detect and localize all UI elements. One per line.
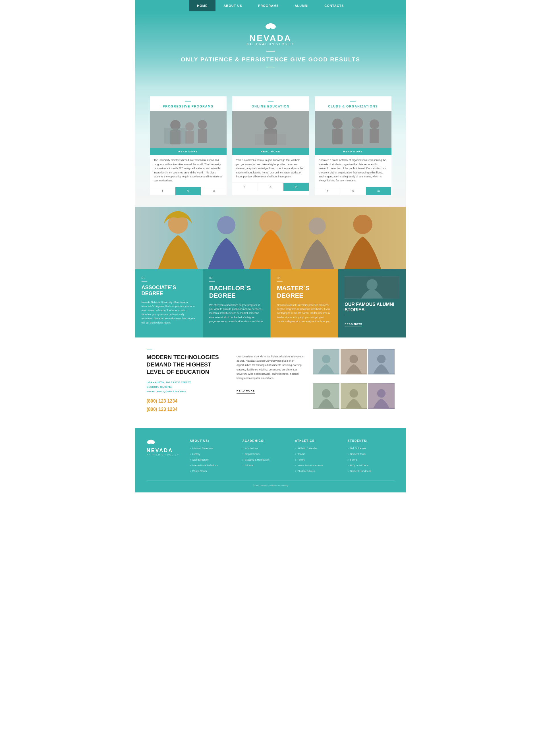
card-readmore-1[interactable]: READ MORE bbox=[150, 148, 227, 155]
footer-link-item: Photo Album bbox=[190, 469, 237, 473]
tphoto-svg-4 bbox=[313, 383, 339, 409]
card-readmore-2[interactable]: READ MORE bbox=[232, 148, 309, 155]
footer: NEVADA A+ PREMIER POLICY ABOUT US: Missi… bbox=[135, 428, 406, 492]
tech-email: E-MAIL: MAIL@DEMOLINK.ORG bbox=[147, 389, 228, 394]
tech-photo-4 bbox=[313, 383, 339, 409]
card-progressive: PROGRESSIVE PROGRAMS READ MORE The Unive… bbox=[150, 96, 227, 195]
footer-link-athletic-cal[interactable]: Athletic Calendar bbox=[295, 446, 342, 450]
social-in-1[interactable]: in bbox=[201, 187, 226, 195]
tech-photo-6 bbox=[368, 383, 395, 409]
social-fb-3[interactable]: f bbox=[315, 187, 340, 195]
svg-point-38 bbox=[377, 389, 385, 398]
degree-associates: 01 ASSOCIATE`S DEGREE Nevada National Un… bbox=[135, 269, 203, 338]
footer-link-intranet[interactable]: Intranet bbox=[243, 463, 289, 467]
nav-alumni[interactable]: ALUMNI bbox=[287, 0, 317, 11]
university-sub: NATIONAL UNIVERSITY bbox=[141, 43, 400, 46]
footer-link-forms-ath[interactable]: Forms bbox=[295, 458, 342, 462]
footer-col-title-about: ABOUT US: bbox=[190, 439, 237, 442]
footer-col-students: STUDENTS: Bell Schedule Student Tools Fo… bbox=[348, 439, 395, 475]
tech-left-divider bbox=[147, 349, 152, 350]
footer-link-forms-std[interactable]: Forms bbox=[348, 458, 395, 462]
read-now-link[interactable]: READ NOW! bbox=[344, 323, 362, 327]
footer-link-item: Teams bbox=[295, 452, 342, 456]
footer-link-history[interactable]: History bbox=[190, 452, 237, 456]
social-tw-2[interactable]: 𝕏 bbox=[258, 183, 283, 191]
svg-rect-11 bbox=[255, 134, 286, 145]
hero-section: NEVADA NATIONAL UNIVERSITY ONLY PATIENCE… bbox=[135, 11, 406, 88]
footer-link-handbook[interactable]: Student Handbook bbox=[348, 469, 395, 473]
tech-photo-1 bbox=[313, 349, 339, 375]
tech-phones: (800) 123 1234 (800) 123 1234 bbox=[147, 397, 228, 414]
footer-link-item: Athletic Calendar bbox=[295, 446, 342, 450]
card-line-1 bbox=[185, 102, 191, 102]
hero-divider-2 bbox=[267, 67, 275, 67]
footer-link-bell[interactable]: Bell Schedule bbox=[348, 446, 395, 450]
svg-point-24 bbox=[353, 215, 372, 234]
footer-link-tools[interactable]: Student Tools bbox=[348, 452, 395, 456]
tphoto-svg-6 bbox=[368, 383, 395, 409]
card-line-2 bbox=[268, 102, 273, 102]
degree-text-2: We offer you a bachelor's degree program… bbox=[209, 303, 264, 324]
footer-col-title-academics: ACADEMICS: bbox=[243, 439, 289, 442]
cards-row: PROGRESSIVE PROGRAMS READ MORE The Unive… bbox=[147, 96, 395, 195]
tphoto-svg-1 bbox=[313, 349, 339, 375]
tphoto-svg-5 bbox=[340, 383, 367, 409]
footer-link-staff[interactable]: Staff Directory bbox=[190, 458, 237, 462]
footer-logo-title: NEVADA bbox=[147, 447, 184, 453]
footer-link-news-ann[interactable]: News Announcements bbox=[295, 463, 342, 467]
degree-alumni: OUR FAMOUS ALUMNI STORIES READ NOW! bbox=[338, 269, 406, 338]
footer-link-photo[interactable]: Photo Album bbox=[190, 469, 237, 473]
social-fb-2[interactable]: f bbox=[232, 183, 258, 191]
svg-rect-18 bbox=[369, 129, 379, 143]
nav-programs[interactable]: PROGRAMS bbox=[250, 0, 287, 11]
footer-col-title-students: STUDENTS: bbox=[348, 439, 395, 442]
footer-col-academics: ACADEMICS: Admissions Departments Classe… bbox=[243, 439, 289, 475]
social-tw-1[interactable]: 𝕏 bbox=[176, 187, 201, 195]
social-tw-3[interactable]: 𝕏 bbox=[340, 187, 366, 195]
tech-readmore-link[interactable]: READ MORE bbox=[237, 388, 255, 394]
hero-tagline: ONLY PATIENCE & PERSISTENCE GIVE GOOD RE… bbox=[141, 55, 400, 63]
nav-contacts[interactable]: CONTACTS bbox=[316, 0, 352, 11]
footer-link-admissions[interactable]: Admissions bbox=[243, 446, 289, 450]
card-image-3 bbox=[315, 111, 391, 148]
social-fb-1[interactable]: f bbox=[150, 187, 176, 195]
card-line-3 bbox=[350, 102, 356, 102]
card-social-1: f 𝕏 in bbox=[150, 187, 227, 195]
footer-link-item: Classes & Homework bbox=[243, 458, 289, 462]
card-online: ONLINE EDUCATION READ MORE This is a con… bbox=[232, 96, 309, 195]
social-in-3[interactable]: in bbox=[366, 187, 391, 195]
footer-link-mission[interactable]: Mission Statement bbox=[190, 446, 237, 450]
footer-link-teams[interactable]: Teams bbox=[295, 452, 342, 456]
footer-link-item: History bbox=[190, 452, 237, 456]
footer-link-item: Bell Schedule bbox=[348, 446, 395, 450]
tech-heading: MODERN TECHNOLOGIES DEMAND THE HIGHEST L… bbox=[147, 354, 228, 376]
nav-home[interactable]: HOME bbox=[189, 0, 216, 11]
degree-title-2: BACHELOR`S DEGREE bbox=[209, 285, 264, 300]
alumni-photo-svg bbox=[344, 276, 399, 299]
footer-link-classes[interactable]: Classes & Homework bbox=[243, 458, 289, 462]
card-img-svg-2 bbox=[232, 111, 309, 148]
footer-copyright: © 2016 Nevada National University bbox=[147, 480, 395, 487]
alumni-photo bbox=[344, 276, 399, 299]
tphoto-svg-2 bbox=[340, 349, 367, 375]
card-readmore-3[interactable]: READ MORE bbox=[315, 148, 391, 155]
nav-about[interactable]: ABOUT US bbox=[216, 0, 250, 11]
card-clubs: CLUBS & ORGANIZATIONS READ MORE Operates… bbox=[315, 96, 391, 195]
footer-link-student-ath[interactable]: Student Athlete bbox=[295, 469, 342, 473]
degree-title-4: OUR FAMOUS ALUMNI STORIES bbox=[344, 302, 399, 313]
degree-text-3: Nevada National University provides mast… bbox=[277, 303, 332, 324]
degree-text-1: Nevada National University offers severa… bbox=[142, 300, 197, 325]
card-body-2: This is a convenient way to gain knowled… bbox=[232, 155, 309, 183]
svg-rect-14 bbox=[332, 129, 342, 144]
tech-photo-3 bbox=[368, 349, 395, 375]
footer-link-departments[interactable]: Departments bbox=[243, 452, 289, 456]
card-img-svg-1 bbox=[150, 111, 227, 148]
card-body-1: The University maintains broad internati… bbox=[150, 155, 227, 187]
footer-link-programs-clubs[interactable]: Programs/Clubs bbox=[348, 463, 395, 467]
svg-point-32 bbox=[377, 355, 385, 364]
degree-bachelors: 02 BACHELOR`S DEGREE We offer you a bach… bbox=[203, 269, 270, 338]
hero-logo: NEVADA NATIONAL UNIVERSITY bbox=[141, 23, 400, 46]
degree-num-1: 01 bbox=[142, 276, 197, 280]
social-in-2[interactable]: in bbox=[283, 183, 309, 191]
footer-link-intl[interactable]: International Relations bbox=[190, 463, 237, 467]
